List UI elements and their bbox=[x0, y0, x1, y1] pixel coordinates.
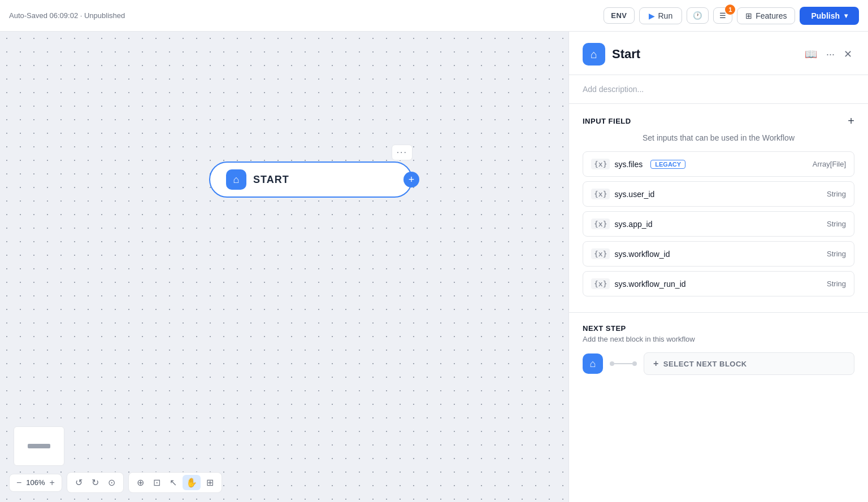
variable-icon: {x} bbox=[591, 189, 610, 199]
hand-icon: ✋ bbox=[186, 477, 197, 488]
plus-icon: + bbox=[653, 359, 659, 369]
field-row-sys-user-id[interactable]: {x} sys.user_id String bbox=[583, 181, 854, 207]
add-tool-button[interactable]: ⊕ bbox=[133, 475, 147, 490]
field-left: {x} sys.user_id bbox=[591, 189, 654, 199]
field-name: sys.workflow_id bbox=[614, 250, 670, 259]
list-icon: ☰ bbox=[719, 11, 726, 20]
publish-label: Publish bbox=[811, 11, 840, 20]
history-button[interactable]: ⊙ bbox=[105, 475, 119, 490]
field-type: Array[File] bbox=[813, 160, 846, 168]
close-icon: ✕ bbox=[844, 49, 852, 60]
zoom-controls: − 106% + bbox=[9, 474, 62, 492]
panel-title-row: ⌂ Start bbox=[583, 43, 640, 66]
field-type: String bbox=[827, 220, 846, 228]
field-type: String bbox=[827, 190, 846, 198]
node-context-menu[interactable]: ··· bbox=[392, 145, 413, 160]
panel-actions: 📖 ··· ✕ bbox=[802, 46, 854, 63]
field-left: {x} sys.workflow_id bbox=[591, 248, 670, 259]
auto-saved-text: Auto-Saved 06:09:02 · Unpublished bbox=[9, 11, 125, 20]
panel-title: Start bbox=[612, 47, 640, 62]
more-dots-icon: ··· bbox=[826, 49, 835, 60]
grid-view-button[interactable]: ⊞ bbox=[203, 475, 217, 490]
publish-button[interactable]: Publish ▾ bbox=[800, 7, 859, 25]
variable-icon: {x} bbox=[591, 248, 610, 259]
input-field-subtitle: Set inputs that can be used in the Workf… bbox=[583, 133, 854, 142]
field-name: sys.files bbox=[614, 160, 643, 169]
grid-view-icon: ⊞ bbox=[206, 477, 214, 488]
redo-button[interactable]: ↻ bbox=[88, 475, 102, 490]
start-node-add-button[interactable]: + bbox=[403, 172, 419, 187]
panel-node-icon: ⌂ bbox=[583, 43, 605, 66]
features-button[interactable]: ⊞ Features bbox=[737, 7, 795, 24]
input-field-title: INPUT FIELD bbox=[583, 117, 631, 125]
run-button[interactable]: ▶ Run bbox=[639, 7, 683, 24]
start-node-wrapper: ··· ⌂ START + bbox=[209, 161, 413, 198]
select-next-block-button[interactable]: + SELECT NEXT BLOCK bbox=[644, 352, 854, 375]
tasks-button[interactable]: ☰ 1 bbox=[713, 7, 732, 24]
field-row-sys-files[interactable]: {x} sys.files LEGACY Array[File] bbox=[583, 151, 854, 177]
home-icon: ⌂ bbox=[591, 48, 597, 61]
canvas-tools: ⊕ ⊡ ↖ ✋ ⊞ bbox=[128, 472, 222, 493]
description-placeholder[interactable]: Add description... bbox=[583, 85, 644, 94]
field-left: {x} sys.app_id bbox=[591, 219, 652, 229]
book-button[interactable]: 📖 bbox=[802, 46, 819, 63]
zoom-in-icon: + bbox=[50, 478, 55, 488]
field-name: sys.app_id bbox=[614, 220, 652, 229]
field-type: String bbox=[827, 280, 846, 288]
next-step-subtitle: Add the next block in this workflow bbox=[583, 335, 854, 343]
more-options-button[interactable]: ··· bbox=[824, 46, 837, 63]
app-header: Auto-Saved 06:09:02 · Unpublished ENV ▶ … bbox=[0, 0, 868, 32]
chevron-down-icon: ▾ bbox=[844, 12, 848, 20]
next-step-node-icon: ⌂ bbox=[583, 353, 603, 374]
crop-tool-button[interactable]: ⊡ bbox=[150, 475, 164, 490]
zoom-out-button[interactable]: − bbox=[16, 478, 21, 488]
hand-tool-button[interactable]: ✋ bbox=[183, 475, 201, 490]
field-row-sys-workflow-run-id[interactable]: {x} sys.workflow_run_id String bbox=[583, 271, 854, 296]
header-actions: ENV ▶ Run 🕐 ☰ 1 ⊞ Features Publish ▾ bbox=[604, 7, 859, 25]
field-row-sys-app-id[interactable]: {x} sys.app_id String bbox=[583, 211, 854, 237]
connector-line bbox=[614, 363, 632, 364]
add-input-field-button[interactable]: + bbox=[848, 115, 854, 126]
run-label: Run bbox=[658, 11, 673, 20]
connector-dot bbox=[610, 361, 614, 366]
schedule-button[interactable]: 🕐 bbox=[687, 7, 709, 24]
field-row-sys-workflow-id[interactable]: {x} sys.workflow_id String bbox=[583, 241, 854, 267]
zoom-level: 106% bbox=[26, 478, 45, 487]
zoom-out-icon: − bbox=[16, 478, 21, 488]
panel-description-area[interactable]: Add description... bbox=[569, 75, 868, 104]
select-next-label: SELECT NEXT BLOCK bbox=[663, 360, 747, 368]
play-icon: ▶ bbox=[649, 11, 655, 20]
zoom-in-button[interactable]: + bbox=[50, 478, 55, 488]
next-step-row: ⌂ + SELECT NEXT BLOCK bbox=[583, 352, 854, 375]
start-node-icon: ⌂ bbox=[226, 169, 246, 190]
redo-icon: ↻ bbox=[92, 477, 99, 488]
field-type: String bbox=[827, 250, 846, 258]
env-button[interactable]: ENV bbox=[604, 7, 634, 24]
close-panel-button[interactable]: ✕ bbox=[841, 46, 854, 63]
bottom-toolbar: − 106% + ↺ ↻ ⊙ ⊕ ⊡ ↖ bbox=[9, 472, 222, 493]
connector bbox=[610, 361, 637, 366]
next-step-section: NEXT STEP Add the next block in this wor… bbox=[569, 313, 868, 386]
undo-icon: ↺ bbox=[75, 477, 83, 488]
cursor-tool-button[interactable]: ↖ bbox=[166, 475, 180, 490]
start-node[interactable]: ⌂ START + bbox=[209, 161, 413, 198]
field-left: {x} sys.workflow_run_id bbox=[591, 278, 686, 289]
minimap[interactable] bbox=[14, 426, 64, 466]
variable-icon: {x} bbox=[591, 278, 610, 289]
variable-icon: {x} bbox=[591, 159, 610, 169]
start-node-label: START bbox=[253, 174, 289, 186]
tasks-badge: 1 bbox=[725, 5, 735, 15]
features-label: Features bbox=[756, 11, 787, 20]
book-icon: 📖 bbox=[805, 49, 817, 60]
header-status: Auto-Saved 06:09:02 · Unpublished bbox=[9, 11, 125, 20]
field-name: sys.user_id bbox=[614, 190, 654, 199]
history-icon: ⊙ bbox=[108, 477, 115, 488]
connector-dot-end bbox=[632, 361, 637, 366]
undo-button[interactable]: ↺ bbox=[72, 475, 86, 490]
field-name: sys.workflow_run_id bbox=[614, 280, 685, 289]
field-left: {x} sys.files LEGACY bbox=[591, 159, 685, 169]
crop-icon: ⊡ bbox=[153, 477, 160, 488]
panel-header: ⌂ Start 📖 ··· ✕ bbox=[569, 32, 868, 75]
clock-icon: 🕐 bbox=[693, 11, 702, 20]
add-icon: ⊕ bbox=[137, 477, 144, 488]
